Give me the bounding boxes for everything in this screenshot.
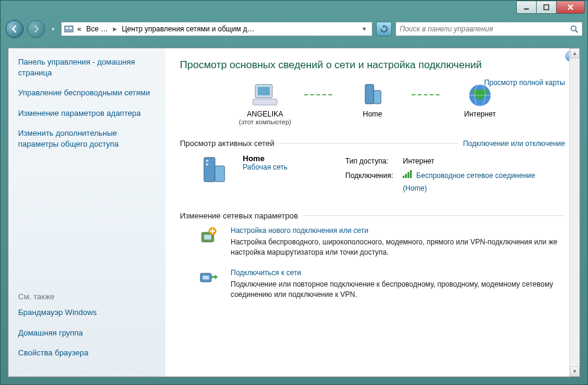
svg-rect-9 bbox=[365, 84, 374, 104]
task-new-connection-link[interactable]: Настройка нового подключения или сети bbox=[231, 226, 565, 235]
map-line-icon bbox=[412, 94, 441, 95]
connection-link[interactable]: Беспроводное сетевое соединение (Home) bbox=[403, 171, 535, 192]
sidebar-seealso-homegroup[interactable]: Домашняя группа bbox=[18, 328, 156, 339]
active-network-type-link[interactable]: Рабочая сеть bbox=[243, 163, 333, 171]
divider bbox=[279, 143, 458, 144]
map-line-icon bbox=[304, 94, 333, 95]
task-new-connection-desc: Настройка беспроводного, широкополосного… bbox=[231, 237, 565, 258]
search-icon[interactable] bbox=[570, 25, 578, 33]
sidebar-link-wireless[interactable]: Управление беспроводными сетями bbox=[18, 88, 156, 98]
refresh-button[interactable] bbox=[376, 22, 392, 36]
connect-disconnect-link[interactable]: Подключение или отключение bbox=[463, 139, 565, 148]
sidebar-link-adapter[interactable]: Изменение параметров адаптера bbox=[18, 108, 156, 119]
divider bbox=[303, 215, 565, 216]
search-box[interactable] bbox=[395, 22, 583, 36]
active-networks-title: Просмотр активных сетей bbox=[180, 139, 274, 148]
sidebar-seealso-browser[interactable]: Свойства браузера bbox=[18, 348, 156, 358]
svg-rect-20 bbox=[204, 235, 211, 240]
svg-rect-16 bbox=[215, 166, 225, 182]
sidebar-see-also-heading: См. также bbox=[18, 292, 156, 301]
svg-rect-15 bbox=[204, 158, 215, 182]
signal-icon bbox=[403, 170, 412, 178]
nav-history-dropdown[interactable]: ▼ bbox=[49, 23, 57, 35]
scrollbar[interactable]: ▲ ▼ bbox=[569, 48, 580, 377]
svg-rect-23 bbox=[203, 276, 209, 279]
breadcrumb-part2[interactable]: Центр управления сетями и общим д… bbox=[121, 25, 256, 33]
nav-forward-button[interactable] bbox=[27, 20, 45, 38]
breadcrumb-sep-icon: ▶ bbox=[112, 26, 118, 32]
svg-rect-1 bbox=[544, 5, 549, 10]
pc-icon bbox=[226, 81, 304, 110]
pc-name: ANGELIKA bbox=[226, 110, 304, 118]
svg-point-5 bbox=[571, 26, 576, 31]
svg-rect-17 bbox=[206, 160, 208, 162]
full-map-link[interactable]: Просмотр полной карты bbox=[484, 78, 565, 87]
task-connect-network-link[interactable]: Подключиться к сети bbox=[231, 269, 565, 277]
breadcrumb-dropdown[interactable]: ▼ bbox=[359, 26, 369, 32]
scroll-down-button[interactable]: ▼ bbox=[570, 366, 580, 377]
connections-label: Подключения: bbox=[345, 170, 401, 196]
active-network-icon bbox=[198, 154, 232, 188]
change-settings-title: Изменение сетевых параметров bbox=[180, 211, 298, 220]
page-title: Просмотр основных сведений о сети и наст… bbox=[180, 59, 565, 71]
pc-sublabel: (этот компьютер) bbox=[226, 118, 304, 126]
sidebar-home-link[interactable]: Панель управления - домашняя страница bbox=[18, 57, 156, 78]
access-type-label: Тип доступа: bbox=[345, 155, 401, 168]
control-panel-icon bbox=[64, 24, 74, 34]
svg-rect-10 bbox=[374, 91, 381, 104]
sidebar-seealso-firewall[interactable]: Брандмауэр Windows bbox=[18, 307, 156, 318]
search-input[interactable] bbox=[400, 25, 570, 33]
scroll-up-button[interactable]: ▲ bbox=[570, 48, 580, 59]
breadcrumb[interactable]: « Все … ▶ Центр управления сетями и общи… bbox=[61, 22, 372, 36]
connect-network-icon bbox=[198, 269, 220, 300]
svg-rect-8 bbox=[253, 99, 277, 105]
new-connection-icon bbox=[198, 226, 220, 258]
access-type-value: Интернет bbox=[403, 155, 564, 168]
minimize-button[interactable] bbox=[516, 1, 537, 14]
svg-rect-18 bbox=[206, 164, 208, 165]
svg-rect-3 bbox=[66, 27, 68, 29]
task-connect-network-desc: Подключение или повторное подключение к … bbox=[231, 279, 565, 300]
network-icon bbox=[333, 81, 412, 110]
breadcrumb-chevrons[interactable]: « bbox=[76, 25, 83, 33]
internet-label: Интернет bbox=[441, 110, 519, 118]
maximize-button[interactable] bbox=[536, 1, 557, 14]
nav-back-button[interactable] bbox=[5, 20, 24, 38]
svg-rect-7 bbox=[258, 87, 270, 95]
svg-rect-0 bbox=[524, 8, 529, 10]
close-button[interactable] bbox=[556, 1, 585, 14]
network-name: Home bbox=[333, 110, 412, 118]
active-network-name: Home bbox=[243, 154, 333, 163]
breadcrumb-part1[interactable]: Все … bbox=[85, 25, 109, 33]
svg-rect-4 bbox=[69, 27, 72, 29]
sidebar-link-sharing[interactable]: Изменить дополнительные параметры общего… bbox=[18, 128, 156, 149]
